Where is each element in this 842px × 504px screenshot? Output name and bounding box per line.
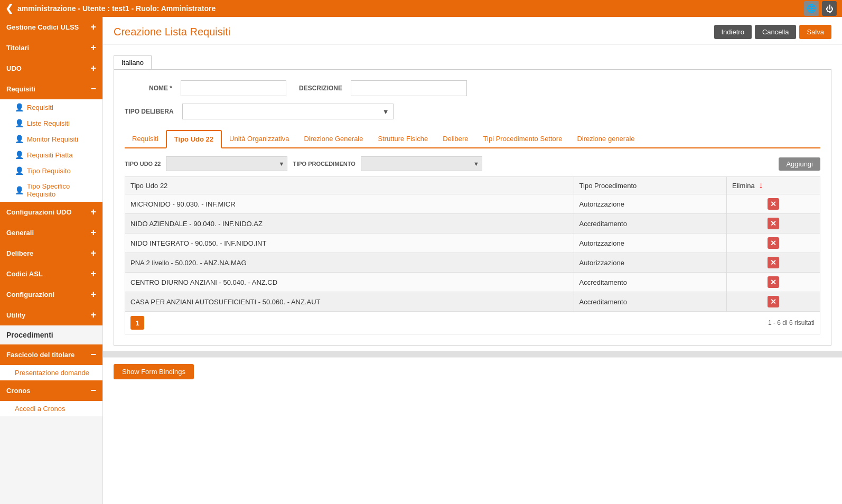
save-button[interactable]: Salva	[799, 25, 831, 39]
sidebar-item-configurazioni[interactable]: Configurazioni +	[0, 284, 102, 305]
sidebar-item-liste-requisiti[interactable]: 👤 Liste Requisiti	[0, 115, 102, 131]
table-row: NIDO INTEGRATO - 90.050. - INF.NIDO.INT …	[125, 234, 820, 253]
sidebar-item-cronos[interactable]: Cronos −	[0, 380, 102, 401]
form-area: Italiano NOME * DESCRIZIONE TIPO DELIBER…	[103, 45, 842, 351]
delete-button[interactable]: ✕	[768, 276, 779, 288]
sidebar-item-monitor-requisiti[interactable]: 👤 Monitor Requisiti	[0, 131, 102, 147]
sidebar-label: Configurazioni UDO	[6, 208, 72, 216]
top-bar: ❮ amministrazione - Utente : test1 - Ruo…	[0, 0, 842, 17]
sidebar-item-accedi-cronos[interactable]: Accedi a Cronos	[0, 401, 102, 416]
sidebar-item-codici-asl[interactable]: Codici ASL +	[0, 264, 102, 284]
cell-tipo-udo: CASA PER ANZIANI AUTOSUFFICIENTI - 50.06…	[125, 292, 574, 312]
plus-icon: +	[90, 227, 96, 238]
arrow-indicator: ↓	[759, 181, 763, 190]
tab-direzione-generale[interactable]: Direzione Generale	[296, 130, 370, 147]
delete-button[interactable]: ✕	[768, 296, 779, 307]
delete-button[interactable]: ✕	[768, 237, 779, 249]
tab-delibere[interactable]: Delibere	[435, 130, 475, 147]
sidebar-label: Requisiti	[6, 85, 35, 93]
delete-button[interactable]: ✕	[768, 198, 779, 210]
cancel-button[interactable]: Cancella	[755, 25, 797, 39]
table-row: MICRONIDO - 90.030. - INF.MICR Autorizza…	[125, 194, 820, 214]
table-row: CASA PER ANZIANI AUTOSUFFICIENTI - 50.06…	[125, 292, 820, 312]
tab-unita-organizzativa[interactable]: Unità Organizzativa	[222, 130, 296, 147]
tipo-delibera-label: TIPO DELIBERA	[125, 108, 174, 115]
tab-direzione-generale-2[interactable]: Direzione generale	[569, 130, 642, 147]
sidebar-label: Gestione Codici ULSS	[6, 23, 79, 31]
user-icon: 👤	[15, 103, 24, 111]
sidebar-item-configurazioni-udo[interactable]: Configurazioni UDO +	[0, 202, 102, 222]
show-form-bindings-button[interactable]: Show Form Bindings	[114, 364, 194, 379]
user-icon: 👤	[15, 186, 24, 194]
cell-tipo-udo: PNA 2 livello - 50.020. - ANZ.NA.MAG	[125, 253, 574, 273]
minus-icon: −	[90, 349, 96, 360]
sidebar-label: Cronos	[6, 387, 31, 395]
sidebar-item-requisiti-sub[interactable]: 👤 Requisiti	[0, 99, 102, 115]
cell-elimina: ✕	[727, 214, 820, 234]
user-icon: 👤	[15, 151, 24, 159]
sidebar-item-requisiti-piatta[interactable]: 👤 Requisiti Piatta	[0, 147, 102, 163]
page-1-button[interactable]: 1	[130, 316, 144, 330]
sidebar-item-requisiti[interactable]: Requisiti −	[0, 79, 102, 99]
sidebar-label: Fascicolo del titolare	[6, 351, 74, 359]
table-section: TIPO UDO 22 ▼ TIPO PROCEDIMENTO	[125, 148, 820, 334]
cell-tipo-procedimento: Accreditamento	[574, 273, 726, 292]
lang-tab[interactable]: Italiano	[114, 55, 152, 69]
table-row: CENTRO DIURNO ANZIANI - 50.040. - ANZ.CD…	[125, 273, 820, 292]
tipo-procedimento-select[interactable]	[361, 156, 482, 171]
nome-input[interactable]	[181, 80, 286, 96]
horizontal-scrollbar[interactable]	[103, 351, 842, 357]
sidebar-sub-label: Monitor Requisiti	[27, 135, 78, 143]
plus-icon: +	[90, 310, 96, 321]
cell-elimina: ✕	[727, 273, 820, 292]
table-body: MICRONIDO - 90.030. - INF.MICR Autorizza…	[125, 194, 820, 312]
sidebar-item-delibere[interactable]: Delibere +	[0, 243, 102, 264]
procedimenti-label: Procedimenti	[0, 325, 102, 344]
tab-tipo-udo-22[interactable]: Tipo Udo 22	[166, 130, 222, 148]
tipo-udo-select[interactable]	[166, 156, 287, 171]
aggiungi-button[interactable]: Aggiungi	[779, 157, 820, 171]
sidebar-item-fascicolo[interactable]: Fascicolo del titolare −	[0, 344, 102, 365]
data-table: Tipo Udo 22 Tipo Procedimento Elimina ↓	[125, 176, 820, 312]
sidebar-label: Codici ASL	[6, 270, 43, 278]
sidebar-label: Configurazioni	[6, 291, 54, 298]
cell-tipo-procedimento: Accreditamento	[574, 292, 726, 312]
nome-label: NOME *	[125, 85, 172, 92]
form-row-nome: NOME * DESCRIZIONE	[125, 80, 820, 96]
sidebar: Gestione Codici ULSS + Titolari + UDO + …	[0, 17, 103, 504]
delete-button[interactable]: ✕	[768, 257, 779, 268]
sidebar-sub-label: Accedi a Cronos	[15, 405, 65, 413]
user-icon: 👤	[15, 166, 24, 175]
page-title: Creazione Lista Requisiti	[114, 26, 230, 38]
sidebar-item-titolari[interactable]: Titolari +	[0, 38, 102, 58]
tab-strutture-fisiche[interactable]: Strutture Fisiche	[370, 130, 435, 147]
delete-button[interactable]: ✕	[768, 218, 779, 229]
power-button[interactable]: ⏻	[822, 1, 837, 16]
sidebar-item-tipo-requisito[interactable]: 👤 Tipo Requisito	[0, 163, 102, 179]
sidebar-item-tipo-specifico-requisito[interactable]: 👤 Tipo Specifico Requisito	[0, 179, 102, 202]
sidebar-item-utility[interactable]: Utility +	[0, 305, 102, 325]
form-container: NOME * DESCRIZIONE TIPO DELIBERA ▼	[114, 69, 831, 346]
descrizione-input[interactable]	[351, 80, 467, 96]
tab-tipi-procedimento-settore[interactable]: Tipi Procedimento Settore	[476, 130, 570, 147]
user-icon: 👤	[15, 135, 24, 143]
plus-icon: +	[90, 63, 96, 74]
header-buttons: Indietro Cancella Salva	[714, 25, 832, 39]
cell-tipo-procedimento: Autorizzazione	[574, 253, 726, 273]
cell-tipo-procedimento: Autorizzazione	[574, 194, 726, 214]
requisiti-submenu: 👤 Requisiti 👤 Liste Requisiti 👤 Monitor …	[0, 99, 102, 202]
back-button[interactable]: Indietro	[714, 25, 752, 39]
sidebar-item-generali[interactable]: Generali +	[0, 222, 102, 243]
user-icon: 👤	[15, 119, 24, 127]
sidebar-item-udo[interactable]: UDO +	[0, 58, 102, 79]
tab-requisiti[interactable]: Requisiti	[125, 130, 166, 147]
col-tipo-procedimento: Tipo Procedimento	[574, 177, 726, 194]
sidebar-item-presentazione-domande[interactable]: Presentazione domande	[0, 365, 102, 380]
sidebar-item-gestione-codici-ulss[interactable]: Gestione Codici ULSS +	[0, 17, 102, 38]
sidebar-label: Titolari	[6, 44, 29, 52]
tipo-delibera-select[interactable]	[182, 104, 394, 119]
globe-button[interactable]: 🌐	[804, 1, 819, 16]
sidebar-sub-label: Presentazione domande	[15, 369, 89, 377]
results-text: 1 - 6 di 6 risultati	[768, 319, 815, 326]
sidebar-toggle-icon[interactable]: ❮	[5, 3, 13, 14]
